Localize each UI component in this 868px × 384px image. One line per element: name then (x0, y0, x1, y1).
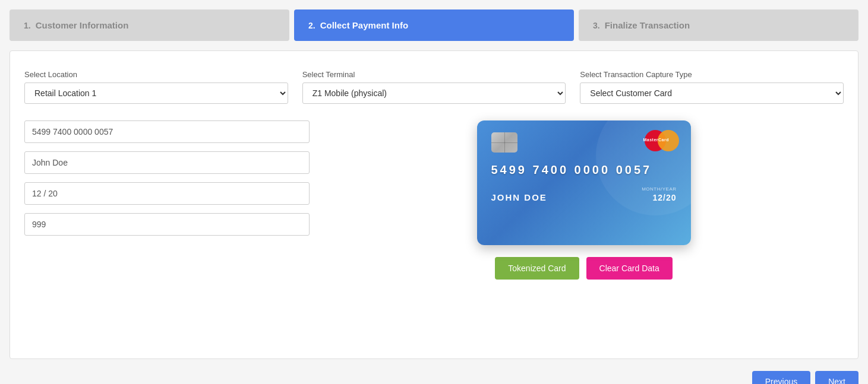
step-3-label: Finalize Transaction (605, 20, 690, 30)
card-number-display: 5499 7400 0000 0057 (491, 163, 677, 177)
cvv-input[interactable] (24, 213, 310, 236)
step-3-number: 3. (593, 21, 600, 30)
capture-type-select[interactable]: Select Customer Card Manual Entry (580, 82, 844, 104)
card-bottom: JOHN DOE MONTH/YEAR 12/20 (491, 186, 677, 202)
expiry-label: MONTH/YEAR (642, 186, 676, 192)
card-visual-area: MasterCard 5499 7400 0000 0057 JOHN DOE … (324, 120, 844, 280)
expiry-input[interactable] (24, 182, 310, 205)
location-group: Select Location Retail Location 1 Retail… (24, 70, 288, 104)
step-1-label: Customer Information (36, 20, 129, 30)
step-1-number: 1. (24, 21, 31, 30)
credit-card: MasterCard 5499 7400 0000 0057 JOHN DOE … (477, 120, 691, 245)
previous-button[interactable]: Previous (752, 371, 810, 384)
step-2[interactable]: 2. Collect Payment Info (294, 9, 574, 41)
mastercard-logo: MasterCard (645, 130, 679, 151)
location-select[interactable]: Retail Location 1 Retail Location 2 (24, 82, 288, 104)
terminal-label: Select Terminal (302, 70, 566, 79)
expiry-value: 12/20 (642, 193, 676, 202)
content-area: MasterCard 5499 7400 0000 0057 JOHN DOE … (24, 120, 844, 280)
mastercard-text: MasterCard (643, 138, 665, 142)
cardholder-block: JOHN DOE (491, 192, 547, 202)
terminal-group: Select Terminal Z1 Mobile (physical) Ter… (302, 70, 566, 104)
dropdowns-row: Select Location Retail Location 1 Retail… (24, 70, 844, 104)
form-section (24, 120, 310, 280)
next-button[interactable]: Next (815, 371, 858, 384)
steps-bar: 1. Customer Information 2. Collect Payme… (10, 9, 858, 41)
card-actions: Tokenized Card Clear Card Data (495, 257, 672, 280)
tokenize-button[interactable]: Tokenized Card (495, 257, 579, 280)
location-label: Select Location (24, 70, 288, 79)
bottom-nav: Previous Next (10, 371, 858, 384)
main-card: Select Location Retail Location 1 Retail… (10, 50, 858, 359)
capture-type-group: Select Transaction Capture Type Select C… (580, 70, 844, 104)
cardholder-input[interactable] (24, 151, 310, 174)
capture-type-label: Select Transaction Capture Type (580, 70, 844, 79)
card-number-input[interactable] (24, 120, 310, 143)
step-1[interactable]: 1. Customer Information (10, 9, 289, 41)
cardholder-display: JOHN DOE (491, 192, 547, 202)
card-chip (491, 132, 517, 153)
terminal-select[interactable]: Z1 Mobile (physical) Terminal 2 (302, 82, 566, 104)
clear-card-button[interactable]: Clear Card Data (586, 257, 673, 280)
expiry-block: MONTH/YEAR 12/20 (642, 186, 676, 202)
step-2-label: Collect Payment Info (320, 20, 408, 30)
step-3[interactable]: 3. Finalize Transaction (579, 9, 858, 41)
step-2-number: 2. (308, 21, 315, 30)
